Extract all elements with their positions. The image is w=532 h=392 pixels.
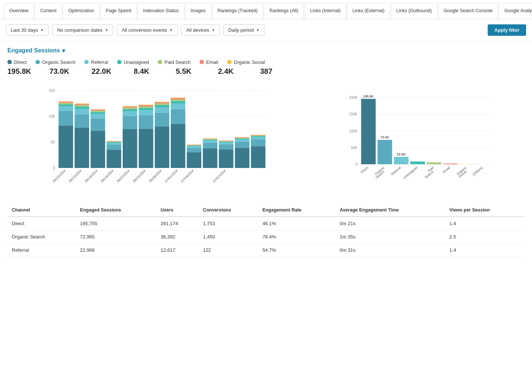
svg-text:07/04/2024: 07/04/2024 xyxy=(180,169,195,183)
svg-rect-58 xyxy=(155,107,169,113)
svg-rect-103 xyxy=(251,140,265,146)
cell-2-6: 1.4 xyxy=(445,243,525,257)
svg-rect-13 xyxy=(59,102,73,103)
devices-label: All devices xyxy=(186,27,209,33)
tab-page-speed[interactable]: Page Speed xyxy=(100,3,137,19)
svg-rect-73 xyxy=(187,148,201,152)
cell-1-1: 72,965 xyxy=(76,230,156,243)
tab-google-search-console[interactable]: Google Search Console xyxy=(438,3,498,19)
svg-rect-11 xyxy=(59,104,73,106)
tab-rankings-all[interactable]: Rankings (All) xyxy=(264,3,304,19)
svg-rect-44 xyxy=(123,107,137,109)
svg-rect-83 xyxy=(203,140,217,140)
cell-1-2: 36,392 xyxy=(156,230,199,243)
svg-text:06/19/2024: 06/19/2024 xyxy=(100,169,115,183)
th-engagement-rate: Engagement Rate xyxy=(258,204,335,217)
tab-google-analytics[interactable]: Google Analytics xyxy=(499,3,532,19)
tab-links-internal[interactable]: Links (Internal) xyxy=(304,3,346,19)
legend-label-email: Email xyxy=(206,59,218,65)
th-engaged-sessions: Engaged Sessions xyxy=(76,204,156,217)
stat-value-unassigned: 8.4K xyxy=(134,67,149,76)
stat-paid-search: 5.5K xyxy=(176,67,209,76)
svg-rect-52 xyxy=(139,106,153,108)
svg-text:06/28/2024: 06/28/2024 xyxy=(148,169,163,183)
cell-1-0: Organic Search xyxy=(7,230,76,243)
svg-text:10K: 10K xyxy=(49,114,55,118)
legend-item-organic-social: Organic Social xyxy=(227,59,265,65)
stat-value-paid-search: 5.5K xyxy=(176,67,191,76)
section-caret-icon: ▾ xyxy=(62,47,65,54)
devices-filter[interactable]: All devices ▼ xyxy=(181,24,220,36)
svg-rect-26 xyxy=(91,114,105,118)
svg-rect-54 xyxy=(139,104,153,105)
svg-text:100K: 100K xyxy=(349,129,358,133)
conversion-label: All conversion events xyxy=(122,27,167,33)
conversion-arrow: ▼ xyxy=(169,28,173,32)
cell-0-4: 46.1% xyxy=(258,217,335,230)
svg-rect-64 xyxy=(171,124,185,168)
svg-rect-59 xyxy=(155,105,169,107)
tab-links-outbound[interactable]: Links (Outbound) xyxy=(391,3,437,19)
date-range-filter[interactable]: Last 30 days ▼ xyxy=(6,24,49,36)
svg-text:06/25/2024: 06/25/2024 xyxy=(132,169,147,183)
cell-2-4: 54.7% xyxy=(258,243,335,257)
th-avg-engagement-time: Average Engagement Time xyxy=(335,204,445,217)
svg-rect-32 xyxy=(107,150,121,168)
tab-links-external[interactable]: Links (External) xyxy=(347,3,390,19)
column-chart: 050K100K150K200K195.8KDirect73.0KOrganic… xyxy=(312,83,525,195)
table-row: Direct195,755281,1741,75346.1%0m 21s1.4 xyxy=(7,217,525,230)
legend-dot-organic-social xyxy=(227,60,232,64)
stat-value-direct: 195.8K xyxy=(7,67,31,76)
main-content: Engaged Sessions ▾ DirectOrganic SearchR… xyxy=(0,41,532,263)
svg-rect-45 xyxy=(123,106,137,107)
svg-rect-18 xyxy=(75,109,89,114)
svg-rect-107 xyxy=(251,135,265,135)
th-views-per-session: Views per Session xyxy=(445,204,525,217)
tab-images[interactable]: Images xyxy=(185,3,211,19)
comparison-filter[interactable]: No comparison dates ▼ xyxy=(52,24,113,36)
svg-rect-134 xyxy=(443,163,457,164)
svg-rect-67 xyxy=(171,101,185,104)
tab-optimization[interactable]: Optimization xyxy=(63,3,99,19)
svg-rect-91 xyxy=(219,141,233,142)
cell-1-4: 78.4% xyxy=(258,230,335,243)
charts-container: 05K10K15K06/10/202406/13/202406/16/20240… xyxy=(7,83,525,195)
tab-rankings-tracked[interactable]: Rankings (Tracked) xyxy=(212,3,263,19)
svg-rect-76 xyxy=(187,145,201,145)
svg-rect-28 xyxy=(91,110,105,112)
cell-0-0: Direct xyxy=(7,217,76,230)
apply-filter-button[interactable]: Apply filter xyxy=(488,24,526,36)
legend-item-organic-search: Organic Search xyxy=(35,59,75,65)
svg-text:06/16/2024: 06/16/2024 xyxy=(84,169,98,183)
svg-rect-101 xyxy=(235,137,249,137)
svg-rect-62 xyxy=(155,102,169,102)
comparison-arrow: ▼ xyxy=(105,28,108,32)
legend-item-paid-search: Paid Search xyxy=(158,59,191,65)
svg-text:Direct: Direct xyxy=(360,165,369,174)
svg-rect-80 xyxy=(203,148,217,168)
conversion-filter[interactable]: All conversion events ▼ xyxy=(117,24,178,36)
period-label: Daily period xyxy=(228,27,254,33)
th-conversions: Conversions xyxy=(198,204,258,217)
legend-dot-unassigned xyxy=(117,60,122,64)
table-row: Organic Search72,96536,3921,45078.4%1m 3… xyxy=(7,230,525,243)
period-filter[interactable]: Daily period ▼ xyxy=(224,24,265,36)
svg-rect-27 xyxy=(91,112,105,114)
table-row: Referral21,96612,61712254.7%0m 31s1.4 xyxy=(7,243,525,257)
cell-0-2: 281,174 xyxy=(156,217,199,230)
section-title[interactable]: Engaged Sessions ▾ xyxy=(7,47,525,54)
svg-rect-14 xyxy=(59,101,73,102)
cell-1-5: 1m 35s xyxy=(335,230,445,243)
tab-content[interactable]: Content xyxy=(35,3,62,19)
tab-overview[interactable]: Overview xyxy=(4,3,34,19)
legend-dot-direct xyxy=(7,60,12,64)
svg-rect-17 xyxy=(75,114,89,127)
svg-text:22.0K: 22.0K xyxy=(397,152,406,156)
svg-text:50K: 50K xyxy=(351,145,358,149)
cell-2-2: 12,617 xyxy=(156,243,199,257)
svg-rect-21 xyxy=(75,104,89,105)
svg-rect-96 xyxy=(235,141,249,148)
tab-indexation-status[interactable]: Indexation Status xyxy=(137,3,184,19)
svg-rect-89 xyxy=(219,142,233,144)
stat-value-email: 2.4K xyxy=(218,67,233,76)
